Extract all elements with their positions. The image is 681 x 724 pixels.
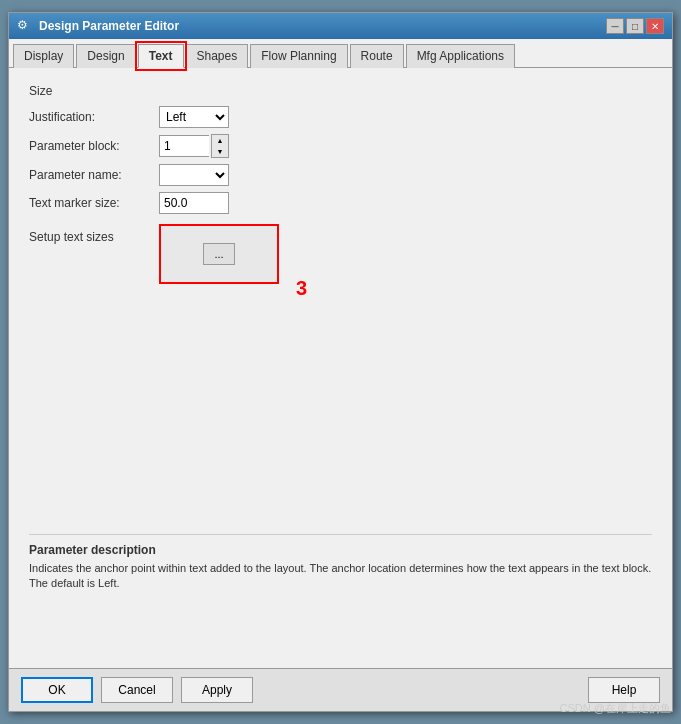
setup-text-sizes-section: Setup text sizes ... 3 bbox=[29, 224, 652, 284]
ellipsis-button[interactable]: ... bbox=[203, 243, 235, 265]
apply-button[interactable]: Apply bbox=[181, 677, 253, 703]
parameter-name-control bbox=[159, 164, 229, 186]
help-button[interactable]: Help bbox=[588, 677, 660, 703]
title-buttons: ─ □ ✕ bbox=[606, 18, 664, 34]
text-marker-size-control bbox=[159, 192, 229, 214]
justification-select[interactable]: Left Center Right bbox=[159, 106, 229, 128]
setup-text-sizes-box: ... 3 bbox=[159, 224, 279, 284]
bottom-left-buttons: OK Cancel Apply bbox=[21, 677, 253, 703]
description-area: Parameter description Indicates the anch… bbox=[29, 534, 652, 596]
cancel-button[interactable]: Cancel bbox=[101, 677, 173, 703]
parameter-block-group: Parameter block: ▲ ▼ bbox=[29, 134, 652, 158]
maximize-button[interactable]: □ bbox=[626, 18, 644, 34]
tab-design[interactable]: Design bbox=[76, 44, 135, 68]
spinner-down-button[interactable]: ▼ bbox=[212, 146, 228, 157]
justification-label: Justification: bbox=[29, 110, 159, 124]
parameter-name-select[interactable] bbox=[159, 164, 229, 186]
parameter-block-input[interactable] bbox=[159, 135, 209, 157]
tab-route[interactable]: Route bbox=[350, 44, 404, 68]
tab-mfg-applications[interactable]: Mfg Applications bbox=[406, 44, 515, 68]
ok-button[interactable]: OK bbox=[21, 677, 93, 703]
tab-text[interactable]: Text bbox=[138, 44, 184, 68]
parameter-block-control: ▲ ▼ bbox=[159, 134, 229, 158]
parameter-name-group: Parameter name: bbox=[29, 164, 652, 186]
text-marker-size-group: Text marker size: bbox=[29, 192, 652, 214]
text-marker-size-label: Text marker size: bbox=[29, 196, 159, 210]
justification-control: Left Center Right bbox=[159, 106, 229, 128]
annotation-3: 3 bbox=[296, 277, 307, 300]
description-title: Parameter description bbox=[29, 543, 652, 557]
tab-display[interactable]: Display bbox=[13, 44, 74, 68]
window-icon: ⚙ bbox=[17, 18, 33, 34]
window-title: Design Parameter Editor bbox=[39, 19, 179, 33]
tab-flow-planning[interactable]: Flow Planning bbox=[250, 44, 347, 68]
minimize-button[interactable]: ─ bbox=[606, 18, 624, 34]
close-button[interactable]: ✕ bbox=[646, 18, 664, 34]
parameter-block-label: Parameter block: bbox=[29, 139, 159, 153]
parameter-name-label: Parameter name: bbox=[29, 168, 159, 182]
content-area: 2 Size Justification: Left Center Right … bbox=[9, 68, 672, 668]
justification-group: Justification: Left Center Right bbox=[29, 106, 652, 128]
watermark: CSDN @在岸上走的鱼 bbox=[560, 701, 671, 716]
title-bar: ⚙ Design Parameter Editor ─ □ ✕ bbox=[9, 13, 672, 39]
text-marker-size-input[interactable] bbox=[159, 192, 229, 214]
setup-text-sizes-label: Setup text sizes bbox=[29, 230, 159, 244]
tab-bar: Display Design Text Shapes Flow Planning… bbox=[9, 39, 672, 68]
spinner-up-button[interactable]: ▲ bbox=[212, 135, 228, 146]
size-section-label: Size bbox=[29, 84, 652, 98]
tab-shapes[interactable]: Shapes bbox=[186, 44, 249, 68]
spinner-buttons: ▲ ▼ bbox=[211, 134, 229, 158]
title-bar-left: ⚙ Design Parameter Editor bbox=[17, 18, 179, 34]
content-inner: 2 Size Justification: Left Center Right … bbox=[29, 84, 652, 284]
main-window: ⚙ Design Parameter Editor ─ □ ✕ Display … bbox=[8, 12, 673, 712]
description-text: Indicates the anchor point within text a… bbox=[29, 561, 652, 592]
